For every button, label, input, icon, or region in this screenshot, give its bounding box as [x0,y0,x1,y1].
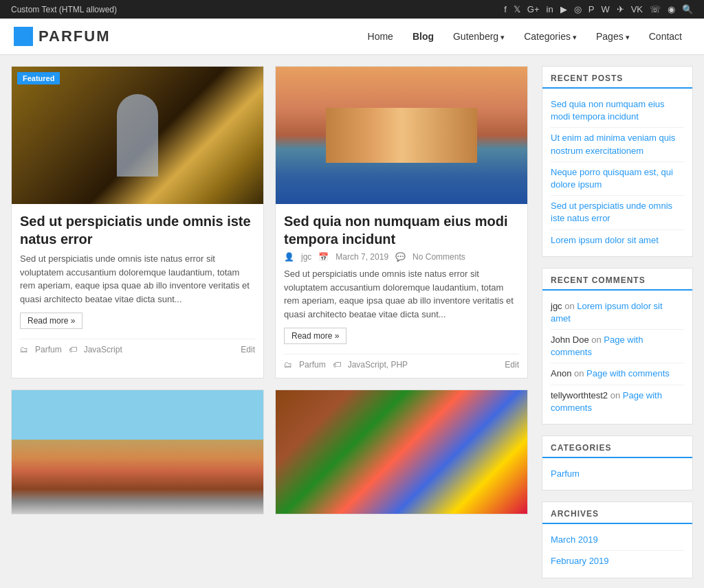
nav-home[interactable]: Home [360,27,402,46]
post-1-body: Sed ut perspiciatis unde omnis iste natu… [12,204,263,363]
post-1-excerpt: Sed ut perspiciatis unde omnis iste natu… [20,252,255,306]
post-1-image [12,67,263,204]
post-1-read-more[interactable]: Read more » [20,313,82,329]
post-1-tag-icon: 🏷 [69,345,77,354]
header: PARFUM Home Blog Gutenberg Categories Pa… [0,19,704,55]
comment-2-link[interactable]: Page with comments [586,368,670,378]
commenter-1: John Doe [551,335,589,345]
post-2-edit[interactable]: Edit [505,360,519,370]
post-1-footer: 🗂 Parfum 🏷 JavaScript Edit [20,339,255,354]
facebook-icon[interactable]: f [504,4,507,14]
post-1-image-wrapper: Featured [12,67,263,204]
archive-0[interactable]: March 2019 [551,530,684,551]
post-1-tags[interactable]: JavaScript [84,345,122,354]
post-4-image-wrapper [276,390,527,514]
recent-post-1[interactable]: Ut enim ad minima veniam quis nostrum ex… [551,128,684,161]
linkedin-icon[interactable]: in [547,4,553,14]
nav-categories[interactable]: Categories [516,27,585,46]
recent-post-4[interactable]: Lorem ipsum dolor sit amet [551,230,684,251]
post-3-image [12,390,263,514]
whatsapp-icon[interactable]: ☏ [650,4,661,14]
post-1-edit[interactable]: Edit [241,345,255,354]
post-2-footer: 🗂 Parfum 🏷 JavaScript, PHP Edit [284,354,519,370]
telegram-icon[interactable]: ✈ [617,4,624,14]
post-1-title[interactable]: Sed ut perspiciatis unde omnis iste natu… [20,212,255,248]
recent-posts-list: Sed quia non numquam eius modi tempora i… [542,89,692,256]
post-2-footer-left: 🗂 Parfum 🏷 JavaScript, PHP [284,360,408,370]
post-2-comments: No Comments [412,252,465,262]
post-card-3 [11,389,264,514]
sidebar: RECENT POSTS Sed quia non numquam eius m… [542,66,693,588]
vk-icon[interactable]: VK [631,4,643,14]
post-2-tag-icon: 🏷 [333,360,341,370]
logo[interactable]: PARFUM [14,27,110,46]
post-2-tags[interactable]: JavaScript, PHP [348,360,408,370]
categories-list: Parfum [542,458,692,490]
post-2-image-wrapper [276,67,527,204]
commenter-2: Anon [551,368,571,378]
post-card-1: Featured Sed ut perspiciatis unde omnis … [11,66,264,378]
instagram-icon[interactable]: ◎ [574,4,582,14]
post-2-read-more[interactable]: Read more » [284,328,346,344]
rss-icon[interactable]: ◉ [668,4,675,14]
nav-gutenberg[interactable]: Gutenberg [445,27,513,46]
top-bar: Custom Text (HTML allowed) f 𝕏 G+ in ▶ ◎… [0,0,704,19]
recent-post-3[interactable]: Sed ut perspiciatis unde omnis iste natu… [551,196,684,229]
archives-title: ARCHIVES [542,502,692,524]
nav-blog[interactable]: Blog [404,27,442,46]
nav-contact[interactable]: Contact [641,27,690,46]
post-2-category[interactable]: Parfum [299,360,326,370]
commenter-3: tellyworthtest2 [551,390,608,400]
recent-comments-list: jgc on Lorem ipsum dolor sit amet John D… [542,291,692,424]
top-bar-text: Custom Text (HTML allowed) [11,5,117,14]
post-card-4 [275,389,528,514]
archive-1[interactable]: February 2019 [551,551,684,572]
archives-list: March 2019 February 2019 [542,524,692,577]
google-plus-icon[interactable]: G+ [527,4,540,14]
post-4-image [276,390,527,514]
logo-square [14,27,33,46]
recent-comment-1[interactable]: John Doe on Page with comments [551,330,684,363]
recent-posts-widget: RECENT POSTS Sed quia non numquam eius m… [542,66,693,257]
recent-comment-0[interactable]: jgc on Lorem ipsum dolor sit amet [551,296,684,330]
recent-posts-title: RECENT POSTS [542,67,692,89]
post-2-date: March 7, 2019 [336,252,388,262]
post-2-date-icon: 📅 [318,252,329,262]
post-2-excerpt: Sed ut perspiciatis unde omnis iste natu… [284,267,519,321]
post-2-author-icon: 👤 [284,252,294,262]
categories-title: CATEGORIES [542,436,692,458]
recent-comments-title: RECENT COMMENTS [542,269,692,291]
post-2-image [276,67,527,204]
post-2-author: jgc [301,252,311,262]
categories-widget: CATEGORIES Parfum [542,436,693,490]
wordpress-icon[interactable]: W [601,4,609,14]
main-nav: Home Blog Gutenberg Categories Pages Con… [360,27,690,46]
post-3-image-wrapper [12,390,263,514]
post-2-body: Sed quia non numquam eius modi tempora i… [276,204,527,378]
post-1-category-icon: 🗂 [20,345,28,354]
post-2-meta: 👤 jgc 📅 March 7, 2019 💬 No Comments [284,252,519,262]
commenter-0: jgc [551,301,562,311]
post-2-title[interactable]: Sed quia non numquam eius modi tempora i… [284,212,519,248]
main-layout: Featured Sed ut perspiciatis unde omnis … [0,55,704,588]
recent-comments-widget: RECENT COMMENTS jgc on Lorem ipsum dolor… [542,268,693,425]
logo-text: PARFUM [38,27,110,45]
post-card-2: Sed quia non numquam eius modi tempora i… [275,66,528,378]
post-1-footer-left: 🗂 Parfum 🏷 JavaScript [20,345,122,354]
twitter-icon[interactable]: 𝕏 [514,4,520,14]
search-icon[interactable]: 🔍 [682,4,693,14]
nav-pages[interactable]: Pages [588,27,638,46]
pinterest-icon[interactable]: P [588,4,595,14]
youtube-icon[interactable]: ▶ [560,4,567,14]
category-0[interactable]: Parfum [551,464,684,484]
featured-badge: Featured [17,72,60,84]
recent-comment-2[interactable]: Anon on Page with comments [551,363,684,385]
archives-widget: ARCHIVES March 2019 February 2019 [542,501,693,578]
post-1-category[interactable]: Parfum [35,345,62,354]
recent-post-0[interactable]: Sed quia non numquam eius modi tempora i… [551,94,684,128]
post-2-comments-icon: 💬 [395,252,406,262]
content-grid: Featured Sed ut perspiciatis unde omnis … [11,66,528,588]
top-bar-icons: f 𝕏 G+ in ▶ ◎ P W ✈ VK ☏ ◉ 🔍 [504,4,693,14]
recent-post-2[interactable]: Neque porro quisquam est, qui dolore ips… [551,162,684,196]
recent-comment-3[interactable]: tellyworthtest2 on Page with comments [551,385,684,418]
